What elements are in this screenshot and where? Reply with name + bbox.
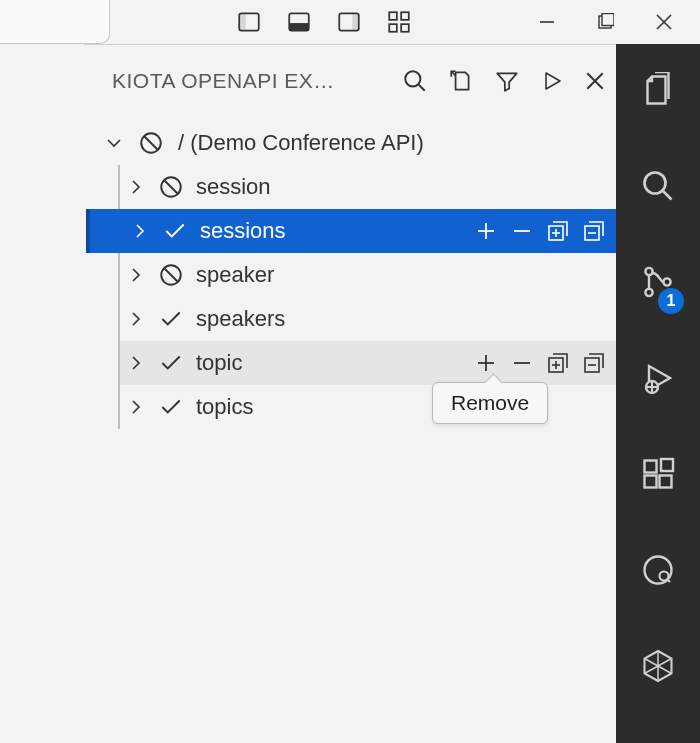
included-icon [162,218,188,244]
svg-point-73 [645,173,666,194]
panel-bottom-icon[interactable] [286,9,312,35]
svg-rect-1 [239,13,246,30]
layout-grid-icon[interactable] [386,9,412,35]
filter-icon[interactable] [494,68,520,94]
tree-item-label: topics [196,394,616,420]
tree-item-sessions[interactable]: sessions [86,209,616,253]
titlebar [0,0,700,44]
svg-rect-12 [602,14,614,26]
chevron-right-icon[interactable] [126,397,146,417]
remove-all-icon[interactable] [582,351,606,375]
tree-root[interactable]: / (Demo Conference API) [84,121,616,165]
excluded-icon [158,174,184,200]
maximize-icon[interactable] [596,13,614,31]
tree-item-session[interactable]: session [120,165,616,209]
chevron-right-icon[interactable] [126,353,146,373]
excluded-icon [138,130,164,156]
search-activity-icon[interactable] [640,168,676,210]
add-all-icon[interactable] [546,219,570,243]
excluded-icon [158,262,184,288]
svg-rect-8 [389,24,397,32]
svg-line-74 [663,191,671,199]
activity-bar: 1 [616,44,700,743]
svg-line-16 [419,85,425,91]
svg-rect-5 [352,13,359,30]
svg-line-22 [164,180,178,194]
svg-point-76 [645,289,652,296]
layout-controls [236,9,412,35]
chevron-right-icon[interactable] [126,265,146,285]
panel-left-icon[interactable] [236,9,262,35]
row-actions [474,351,606,375]
tree-item-speakers[interactable]: speakers [120,297,616,341]
panel-header: KIOTA OPENAPI EX… [84,45,616,117]
svg-point-75 [645,268,652,275]
close-panel-icon[interactable] [584,70,606,92]
svg-rect-83 [660,476,672,488]
tree-item-label: session [196,174,616,200]
generate-icon[interactable] [540,68,564,94]
close-icon[interactable] [654,12,674,32]
minimize-icon[interactable] [538,13,556,31]
tooltip-remove: Remove [432,382,548,424]
chevron-right-icon[interactable] [126,309,146,329]
remove-icon[interactable] [510,351,534,375]
extensions-icon[interactable] [640,456,676,498]
svg-rect-82 [645,476,657,488]
svg-rect-84 [661,459,673,471]
source-control-icon[interactable]: 1 [640,264,676,306]
tree-root-label: / (Demo Conference API) [178,130,424,156]
panel-right-icon[interactable] [336,9,362,35]
panel-actions [402,68,606,94]
tree-item-speaker[interactable]: speaker [120,253,616,297]
svg-line-20 [144,136,158,150]
svg-rect-81 [645,461,657,473]
chevron-right-icon[interactable] [126,177,146,197]
included-icon [158,306,184,332]
explorer-icon[interactable] [640,72,676,114]
included-icon [158,394,184,420]
add-icon[interactable] [474,351,498,375]
tree-item-label: speakers [196,306,616,332]
open-file-icon[interactable] [448,68,474,94]
tree-item-label: speaker [196,262,616,288]
tree-item-label: sessions [200,218,462,244]
svg-rect-9 [401,24,409,32]
chevron-right-icon[interactable] [130,221,150,241]
chevron-down-icon[interactable] [104,133,124,153]
included-icon [158,350,184,376]
remove-icon[interactable] [510,219,534,243]
svg-rect-7 [401,12,409,20]
add-all-icon[interactable] [546,351,570,375]
panel-title: KIOTA OPENAPI EX… [112,69,398,93]
tree-item-label: topic [196,350,462,376]
left-gutter [0,44,84,743]
add-icon[interactable] [474,219,498,243]
svg-point-77 [663,278,670,285]
scm-badge: 1 [658,288,684,314]
extra1-icon[interactable] [640,552,676,594]
svg-line-87 [667,579,670,582]
svg-rect-6 [389,12,397,20]
extra2-icon[interactable] [640,648,676,690]
remove-all-icon[interactable] [582,219,606,243]
svg-rect-3 [289,23,309,31]
window-controls [538,12,674,32]
row-actions [474,219,606,243]
svg-line-40 [164,268,178,282]
run-debug-icon[interactable] [640,360,676,402]
svg-point-15 [405,71,420,86]
search-icon[interactable] [402,68,428,94]
tree-item-topic[interactable]: topic [120,341,616,385]
editor-tab-stub[interactable] [0,0,110,44]
